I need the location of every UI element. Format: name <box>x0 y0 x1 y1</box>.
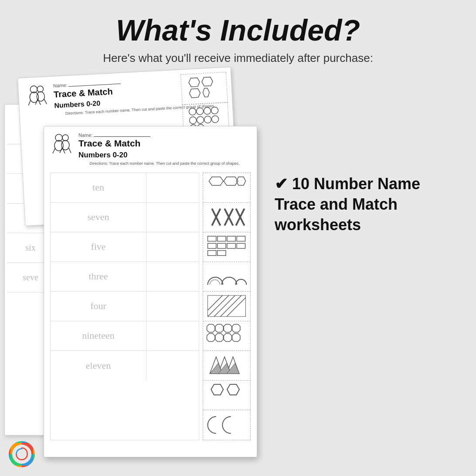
word-three: three <box>51 262 146 291</box>
svg-line-2 <box>28 99 31 105</box>
shape-cell-8 <box>203 381 250 410</box>
blank-four <box>146 292 199 321</box>
svg-rect-44 <box>218 243 226 248</box>
shape-cell-1 <box>203 173 250 203</box>
blank-seven <box>146 203 199 232</box>
svg-line-50 <box>208 296 229 316</box>
content-area: e fou z n six seve <box>17 78 459 467</box>
svg-rect-47 <box>208 251 216 256</box>
blank-eleven <box>146 351 199 381</box>
svg-point-5 <box>37 92 45 102</box>
svg-rect-45 <box>227 243 235 248</box>
svg-rect-39 <box>208 236 216 241</box>
svg-point-4 <box>37 86 44 92</box>
svg-marker-62 <box>232 333 240 341</box>
svg-point-27 <box>61 140 69 150</box>
shapes-column <box>203 173 251 440</box>
svg-rect-40 <box>218 236 226 241</box>
svg-point-18 <box>204 116 211 123</box>
kid-icon-front <box>50 133 74 156</box>
front-ws-header: Name: Trace & Match Numbers 0-20 Directi… <box>50 133 251 170</box>
svg-line-28 <box>60 147 62 153</box>
svg-line-24 <box>53 148 55 153</box>
blank-nineteen <box>146 321 199 350</box>
shape-cell-4 <box>203 262 250 292</box>
svg-marker-57 <box>224 324 231 332</box>
word-nineteen: nineteen <box>51 321 146 350</box>
svg-line-6 <box>35 99 38 105</box>
svg-marker-8 <box>188 78 200 87</box>
svg-rect-42 <box>237 236 245 241</box>
word-ten: ten <box>51 173 146 202</box>
blank-five <box>146 232 199 262</box>
svg-rect-49 <box>208 296 246 316</box>
checkmark: ✔ <box>275 175 288 193</box>
trace-row-three: three <box>51 262 199 292</box>
front-title-area: Name: Trace & Match Numbers 0-20 Directi… <box>78 133 251 170</box>
svg-line-52 <box>221 296 241 316</box>
svg-marker-10 <box>189 88 200 98</box>
right-info: ✔ 10 Number Name Trace and Match workshe… <box>262 165 459 244</box>
kid-icon-back <box>25 83 50 109</box>
svg-point-16 <box>189 117 197 124</box>
svg-marker-61 <box>224 333 231 341</box>
front-directions: Directions: Trace each number name. Then… <box>78 161 251 166</box>
word-seven: seven <box>51 203 146 232</box>
svg-line-7 <box>44 99 47 104</box>
svg-marker-31 <box>224 177 238 185</box>
svg-rect-41 <box>227 236 235 241</box>
feature-text: ✔ 10 Number Name Trace and Match workshe… <box>275 174 450 235</box>
svg-marker-59 <box>207 333 215 341</box>
svg-marker-58 <box>232 324 240 332</box>
svg-line-29 <box>68 147 71 153</box>
trace-row-nineteen: nineteen <box>51 321 199 351</box>
shape-cell-3 <box>203 232 250 262</box>
svg-point-19 <box>211 116 219 123</box>
svg-point-17 <box>197 116 204 124</box>
blank-three <box>146 262 199 291</box>
word-eleven: eleven <box>51 351 146 381</box>
back-shape-1 <box>180 72 228 105</box>
logo <box>9 441 35 467</box>
trace-row-seven: seven <box>51 203 199 232</box>
svg-marker-11 <box>202 88 209 97</box>
front-name-line: Name: <box>78 133 251 138</box>
svg-point-15 <box>211 107 218 114</box>
trace-row-four: four <box>51 292 199 321</box>
svg-point-12 <box>189 108 196 116</box>
trace-row-eleven: eleven <box>51 351 199 381</box>
svg-point-13 <box>196 108 204 115</box>
front-title: Trace & Match Numbers 0-20 <box>78 138 251 160</box>
logo-circle <box>9 441 35 467</box>
svg-point-26 <box>62 135 68 141</box>
svg-point-14 <box>204 107 211 115</box>
svg-rect-46 <box>237 243 245 248</box>
shape-cell-2 <box>203 203 250 232</box>
svg-marker-55 <box>207 324 215 332</box>
shape-cell-5 <box>203 292 250 321</box>
svg-marker-9 <box>201 77 213 86</box>
worksheet-front: Name: Trace & Match Numbers 0-20 Directi… <box>44 126 257 457</box>
trace-table: ten seven five three <box>50 173 199 440</box>
main-container: What's Included? Here's what you'll rece… <box>0 0 476 476</box>
trace-row-five: five <box>51 232 199 262</box>
page-title: What's Included? <box>116 13 360 47</box>
svg-marker-69 <box>211 384 223 395</box>
trace-row-ten: ten <box>51 173 199 203</box>
worksheets-stack: e fou z n six seve <box>17 78 262 409</box>
svg-rect-48 <box>218 251 226 256</box>
svg-line-54 <box>208 296 223 310</box>
svg-marker-60 <box>215 333 223 341</box>
front-body: ten seven five three <box>50 173 251 440</box>
shape-cell-9 <box>203 410 250 440</box>
page-subtitle: Here's what you'll receive immediately a… <box>103 51 373 65</box>
shape-cell-6 <box>203 321 250 351</box>
word-five: five <box>51 232 146 262</box>
word-four: four <box>51 292 146 321</box>
shape-cell-7 <box>203 351 250 381</box>
blank-ten <box>146 173 199 202</box>
svg-marker-56 <box>215 324 223 332</box>
svg-marker-30 <box>209 177 223 185</box>
svg-line-51 <box>214 296 235 316</box>
svg-point-23 <box>54 140 63 151</box>
